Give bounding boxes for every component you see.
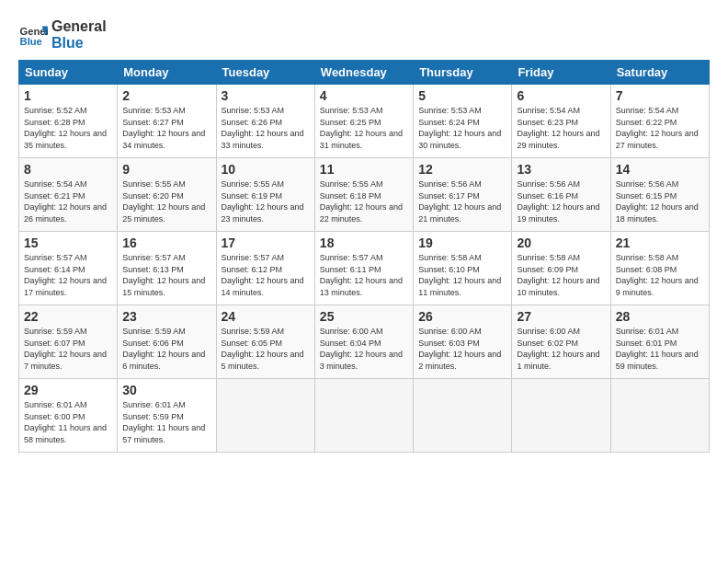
calendar-body: 1Sunrise: 5:52 AMSunset: 6:28 PMDaylight… <box>19 85 710 453</box>
day-info: Sunrise: 5:57 AMSunset: 6:12 PMDaylight:… <box>222 252 310 298</box>
day-info: Sunrise: 5:57 AMSunset: 6:13 PMDaylight:… <box>122 252 210 298</box>
day-number: 6 <box>517 88 605 103</box>
day-number: 22 <box>24 309 112 324</box>
calendar-week-4: 22Sunrise: 5:59 AMSunset: 6:07 PMDayligh… <box>19 305 710 379</box>
calendar-cell <box>414 379 512 453</box>
weekday-header-saturday: Saturday <box>610 61 709 85</box>
day-info: Sunrise: 5:57 AMSunset: 6:11 PMDaylight:… <box>320 252 408 298</box>
calendar-cell: 16Sunrise: 5:57 AMSunset: 6:13 PMDayligh… <box>118 232 216 305</box>
day-info: Sunrise: 5:59 AMSunset: 6:06 PMDaylight:… <box>122 326 210 372</box>
weekday-header-sunday: Sunday <box>19 61 118 85</box>
calendar-cell: 11Sunrise: 5:55 AMSunset: 6:18 PMDayligh… <box>314 158 413 232</box>
day-number: 30 <box>122 383 210 397</box>
day-number: 29 <box>24 383 112 397</box>
logo: General Blue General Blue <box>18 18 107 51</box>
day-info: Sunrise: 6:00 AMSunset: 6:04 PMDaylight:… <box>320 326 408 372</box>
day-info: Sunrise: 5:58 AMSunset: 6:09 PMDaylight:… <box>517 252 605 298</box>
day-info: Sunrise: 6:01 AMSunset: 5:59 PMDaylight:… <box>122 399 210 445</box>
day-info: Sunrise: 5:58 AMSunset: 6:08 PMDaylight:… <box>616 252 704 298</box>
weekday-header-thursday: Thursday <box>414 61 512 85</box>
day-number: 23 <box>122 309 210 324</box>
day-number: 21 <box>616 236 704 250</box>
day-number: 8 <box>24 162 112 177</box>
day-info: Sunrise: 5:57 AMSunset: 6:14 PMDaylight:… <box>24 252 112 298</box>
day-number: 24 <box>222 309 310 324</box>
day-number: 10 <box>222 162 310 177</box>
calendar-cell: 1Sunrise: 5:52 AMSunset: 6:28 PMDaylight… <box>19 85 118 158</box>
weekday-header-wednesday: Wednesday <box>314 61 413 85</box>
day-info: Sunrise: 5:54 AMSunset: 6:21 PMDaylight:… <box>24 178 112 224</box>
day-info: Sunrise: 6:00 AMSunset: 6:02 PMDaylight:… <box>517 326 605 372</box>
day-number: 20 <box>517 236 605 250</box>
weekday-header-friday: Friday <box>512 61 610 85</box>
day-number: 9 <box>122 162 210 177</box>
day-number: 12 <box>418 162 506 177</box>
day-number: 2 <box>122 88 210 103</box>
calendar-cell: 23Sunrise: 5:59 AMSunset: 6:06 PMDayligh… <box>118 305 216 379</box>
calendar-cell: 22Sunrise: 5:59 AMSunset: 6:07 PMDayligh… <box>19 305 118 379</box>
calendar-header-row: SundayMondayTuesdayWednesdayThursdayFrid… <box>19 61 710 85</box>
calendar-cell: 15Sunrise: 5:57 AMSunset: 6:14 PMDayligh… <box>19 232 118 305</box>
day-number: 13 <box>517 162 605 177</box>
calendar-cell: 19Sunrise: 5:58 AMSunset: 6:10 PMDayligh… <box>414 232 512 305</box>
calendar-cell <box>216 379 314 453</box>
calendar-cell: 4Sunrise: 5:53 AMSunset: 6:25 PMDaylight… <box>314 85 413 158</box>
day-number: 17 <box>222 236 310 250</box>
day-info: Sunrise: 5:53 AMSunset: 6:25 PMDaylight:… <box>320 105 408 151</box>
day-info: Sunrise: 5:58 AMSunset: 6:10 PMDaylight:… <box>418 252 506 298</box>
day-info: Sunrise: 5:54 AMSunset: 6:22 PMDaylight:… <box>616 105 704 151</box>
calendar-cell: 6Sunrise: 5:54 AMSunset: 6:23 PMDaylight… <box>512 85 610 158</box>
day-info: Sunrise: 6:01 AMSunset: 6:01 PMDaylight:… <box>616 326 704 372</box>
calendar-cell: 13Sunrise: 5:56 AMSunset: 6:16 PMDayligh… <box>512 158 610 232</box>
calendar-week-5: 29Sunrise: 6:01 AMSunset: 6:00 PMDayligh… <box>19 379 710 453</box>
day-info: Sunrise: 5:55 AMSunset: 6:18 PMDaylight:… <box>320 178 408 224</box>
page-container: General Blue General Blue SundayMondayTu… <box>0 0 728 462</box>
day-number: 14 <box>616 162 704 177</box>
logo-text-general: General <box>51 18 107 35</box>
calendar-cell: 17Sunrise: 5:57 AMSunset: 6:12 PMDayligh… <box>216 232 314 305</box>
calendar-cell <box>512 379 610 453</box>
day-number: 15 <box>24 236 112 250</box>
day-info: Sunrise: 5:54 AMSunset: 6:23 PMDaylight:… <box>517 105 605 151</box>
day-number: 16 <box>122 236 210 250</box>
day-number: 18 <box>320 236 408 250</box>
weekday-header-monday: Monday <box>118 61 216 85</box>
calendar-cell <box>314 379 413 453</box>
logo-icon: General Blue <box>18 20 48 50</box>
calendar-cell: 24Sunrise: 5:59 AMSunset: 6:05 PMDayligh… <box>216 305 314 379</box>
day-number: 7 <box>616 88 704 103</box>
day-info: Sunrise: 5:56 AMSunset: 6:17 PMDaylight:… <box>418 178 506 224</box>
calendar-cell: 29Sunrise: 6:01 AMSunset: 6:00 PMDayligh… <box>19 379 118 453</box>
calendar-cell: 14Sunrise: 5:56 AMSunset: 6:15 PMDayligh… <box>610 158 709 232</box>
day-info: Sunrise: 5:52 AMSunset: 6:28 PMDaylight:… <box>24 105 112 151</box>
calendar-table: SundayMondayTuesdayWednesdayThursdayFrid… <box>18 60 710 453</box>
calendar-week-2: 8Sunrise: 5:54 AMSunset: 6:21 PMDaylight… <box>19 158 710 232</box>
day-info: Sunrise: 5:59 AMSunset: 6:07 PMDaylight:… <box>24 326 112 372</box>
logo-text-blue: Blue <box>51 35 107 52</box>
calendar-cell: 3Sunrise: 5:53 AMSunset: 6:26 PMDaylight… <box>216 85 314 158</box>
day-number: 1 <box>24 88 112 103</box>
day-number: 26 <box>418 309 506 324</box>
calendar-cell: 30Sunrise: 6:01 AMSunset: 5:59 PMDayligh… <box>118 379 216 453</box>
calendar-cell: 12Sunrise: 5:56 AMSunset: 6:17 PMDayligh… <box>414 158 512 232</box>
day-info: Sunrise: 5:53 AMSunset: 6:26 PMDaylight:… <box>222 105 310 151</box>
day-number: 4 <box>320 88 408 103</box>
calendar-cell: 2Sunrise: 5:53 AMSunset: 6:27 PMDaylight… <box>118 85 216 158</box>
calendar-cell: 20Sunrise: 5:58 AMSunset: 6:09 PMDayligh… <box>512 232 610 305</box>
day-number: 11 <box>320 162 408 177</box>
day-number: 5 <box>418 88 506 103</box>
day-number: 27 <box>517 309 605 324</box>
day-number: 19 <box>418 236 506 250</box>
day-number: 28 <box>616 309 704 324</box>
day-info: Sunrise: 5:55 AMSunset: 6:19 PMDaylight:… <box>222 178 310 224</box>
calendar-cell: 18Sunrise: 5:57 AMSunset: 6:11 PMDayligh… <box>314 232 413 305</box>
calendar-cell: 8Sunrise: 5:54 AMSunset: 6:21 PMDaylight… <box>19 158 118 232</box>
day-number: 3 <box>222 88 310 103</box>
calendar-cell: 21Sunrise: 5:58 AMSunset: 6:08 PMDayligh… <box>610 232 709 305</box>
calendar-cell: 27Sunrise: 6:00 AMSunset: 6:02 PMDayligh… <box>512 305 610 379</box>
day-info: Sunrise: 5:53 AMSunset: 6:24 PMDaylight:… <box>418 105 506 151</box>
day-info: Sunrise: 5:53 AMSunset: 6:27 PMDaylight:… <box>122 105 210 151</box>
day-number: 25 <box>320 309 408 324</box>
calendar-cell: 5Sunrise: 5:53 AMSunset: 6:24 PMDaylight… <box>414 85 512 158</box>
header: General Blue General Blue <box>18 18 710 51</box>
